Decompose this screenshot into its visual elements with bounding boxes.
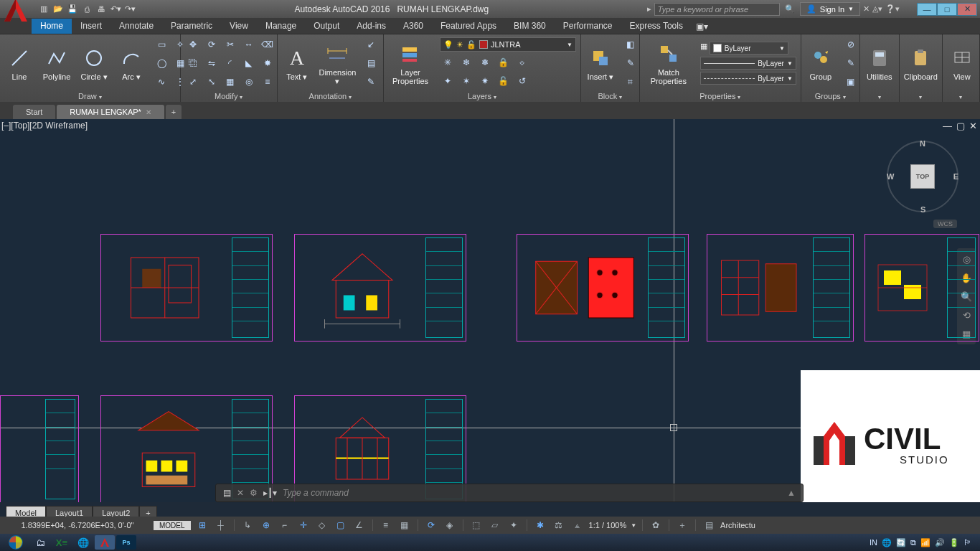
help-icon[interactable]: ❔▾ [885, 4, 900, 14]
tray-dropbox-icon[interactable]: ⧉ [910, 538, 916, 547]
drawing-sheet[interactable] [100, 234, 273, 342]
linetype-dropdown[interactable]: ByLayer▼ [700, 72, 796, 85]
clipboard-button[interactable]: Clipboard [904, 46, 938, 81]
qat-save-icon[interactable]: 💾 [66, 3, 79, 16]
layer-properties-button[interactable]: Layer Properties [388, 42, 433, 85]
layer-uniso-icon[interactable]: ✷ [477, 73, 493, 89]
match-properties-button[interactable]: Match Properties [644, 42, 693, 85]
align-icon[interactable]: ≡ [260, 74, 275, 90]
viewcube[interactable]: NSEW TOP [887, 141, 958, 212]
tab-output[interactable]: Output [305, 19, 348, 34]
utilities-button[interactable]: Utilities [864, 46, 895, 81]
color-dropdown[interactable]: ByLayer▼ [710, 42, 788, 55]
qat-plot-icon[interactable]: 🖶 [95, 3, 108, 16]
tab-addins[interactable]: Add-ins [348, 19, 395, 34]
workspace-label[interactable]: Architectu [720, 521, 755, 529]
taskbar-photoshop-icon[interactable]: Ps [116, 535, 136, 550]
circle-button[interactable]: Circle ▾ [79, 46, 109, 81]
ellipse-icon[interactable]: ◯ [154, 55, 169, 71]
taskbar-autocad-icon[interactable] [95, 535, 115, 550]
snap-icon[interactable]: ┼ [214, 519, 228, 532]
annotation-visibility-icon[interactable]: ✱ [533, 519, 547, 532]
otrack-icon[interactable]: ∠ [352, 519, 367, 532]
tray-flag-icon[interactable]: 🏳 [963, 538, 971, 547]
leader-icon[interactable]: ↙ [363, 37, 379, 52]
maximize-button[interactable]: □ [937, 3, 957, 16]
autocad-app-icon[interactable] [1, 0, 30, 24]
chamfer-icon[interactable]: ◣ [241, 55, 257, 71]
group-edit-icon[interactable]: ✎ [843, 55, 859, 71]
rectangle-icon[interactable]: ▭ [154, 37, 169, 52]
taskbar-excel-icon[interactable]: X≡ [52, 535, 72, 550]
close-button[interactable]: ✕ [957, 3, 977, 16]
polyline-button[interactable]: Polyline [42, 46, 72, 81]
edit-block-icon[interactable]: ✎ [623, 55, 639, 71]
vp-minimize-icon[interactable]: — [943, 121, 952, 131]
drawing-sheet[interactable] [707, 234, 854, 342]
trim-icon[interactable]: ✂ [222, 37, 238, 52]
layer-iso-icon[interactable]: ❄ [458, 55, 474, 70]
array-icon[interactable]: ▦ [222, 74, 238, 90]
tab-performance[interactable]: Performance [555, 19, 621, 34]
tab-parametric[interactable]: Parametric [162, 19, 221, 34]
table-icon[interactable]: ▤ [363, 55, 379, 71]
layer-thaw-icon[interactable]: ✶ [458, 73, 474, 89]
a360-icon[interactable]: ◬▾ [872, 4, 882, 14]
iso-icon[interactable]: ◇ [315, 519, 329, 532]
annotation-scale[interactable]: 1:1 / 100% [589, 521, 627, 529]
signin-button[interactable]: 👤 Sign In▼ [800, 2, 860, 16]
layer-match-icon[interactable]: ⟐ [514, 55, 530, 70]
tray-volume-icon[interactable]: 🔊 [935, 538, 945, 547]
insert-block-button[interactable]: Insert ▾ [585, 46, 616, 81]
osnap-icon[interactable]: ▢ [334, 519, 348, 532]
group-bbox-icon[interactable]: ▣ [843, 74, 859, 90]
erase-icon[interactable]: ⌫ [260, 37, 275, 52]
qat-open-icon[interactable]: 📂 [52, 3, 65, 16]
drawing-canvas[interactable]: [–][Top][2D Wireframe] — ▢ ✕ NSEW TOP WC… [0, 119, 980, 502]
mirror-icon[interactable]: ⇋ [204, 55, 220, 71]
rotate-icon[interactable]: ⟳ [204, 37, 220, 52]
taskbar-explorer-icon[interactable]: 🗂 [30, 535, 50, 550]
ungroup-icon[interactable]: ⊘ [843, 37, 859, 52]
scale-icon[interactable]: ⤡ [204, 74, 220, 90]
model-paper-toggle[interactable]: MODEL [154, 521, 191, 530]
tray-lang[interactable]: IN [870, 538, 877, 547]
annoscale-icon[interactable]: ⟁ [570, 519, 585, 532]
qat-saveas-icon[interactable]: ⎙ [80, 3, 93, 16]
explode-icon[interactable]: ✸ [260, 55, 275, 71]
stretch-icon[interactable]: ⤢ [185, 74, 201, 90]
extend-icon[interactable]: ↔ [241, 37, 257, 52]
tab-manage[interactable]: Manage [257, 19, 305, 34]
line-button[interactable]: Line [4, 46, 34, 81]
tab-featured-apps[interactable]: Featured Apps [432, 19, 505, 34]
selection-cycling-icon[interactable]: ⟳ [424, 519, 438, 532]
block-attr-icon[interactable]: ⌗ [623, 74, 639, 90]
dyn-ucs-icon[interactable]: ⬚ [469, 519, 484, 532]
cmd-customize-icon[interactable]: ⚙ [250, 488, 258, 498]
tab-insert[interactable]: Insert [72, 19, 110, 34]
offset-icon[interactable]: ◎ [241, 74, 257, 90]
units-icon[interactable]: ▤ [702, 519, 716, 532]
3dosnap-icon[interactable]: ◈ [443, 519, 457, 532]
tab-view[interactable]: View [221, 19, 257, 34]
taskbar-chrome-icon[interactable]: 🌐 [73, 535, 93, 550]
wcs-badge[interactable]: WCS [933, 220, 957, 228]
search-input[interactable]: Type a keyword or phrase [654, 3, 780, 16]
mtext-icon[interactable]: ✎ [363, 74, 379, 90]
move-icon[interactable]: ✥ [185, 37, 201, 52]
transparency-icon[interactable]: ▦ [397, 519, 412, 532]
qat-redo-icon[interactable]: ↷▾ [123, 3, 136, 16]
qat-new-icon[interactable]: ▥ [37, 3, 50, 16]
autoscale-icon[interactable]: ⚖ [552, 519, 566, 532]
selection-filter-icon[interactable]: ▱ [488, 519, 502, 532]
cmd-close-icon[interactable]: ✕ [237, 488, 244, 498]
drawing-sheet[interactable] [864, 234, 979, 342]
vp-maximize-icon[interactable]: ▢ [956, 121, 965, 131]
layer-off-icon[interactable]: ✳ [440, 55, 456, 70]
start-button[interactable] [3, 534, 29, 551]
dyn-input-icon[interactable]: ⊕ [259, 519, 273, 532]
fillet-icon[interactable]: ◜ [222, 55, 238, 71]
view-button[interactable]: View [947, 46, 977, 81]
close-icon[interactable]: ✕ [146, 108, 151, 116]
tray-battery-icon[interactable]: 🔋 [949, 538, 959, 547]
